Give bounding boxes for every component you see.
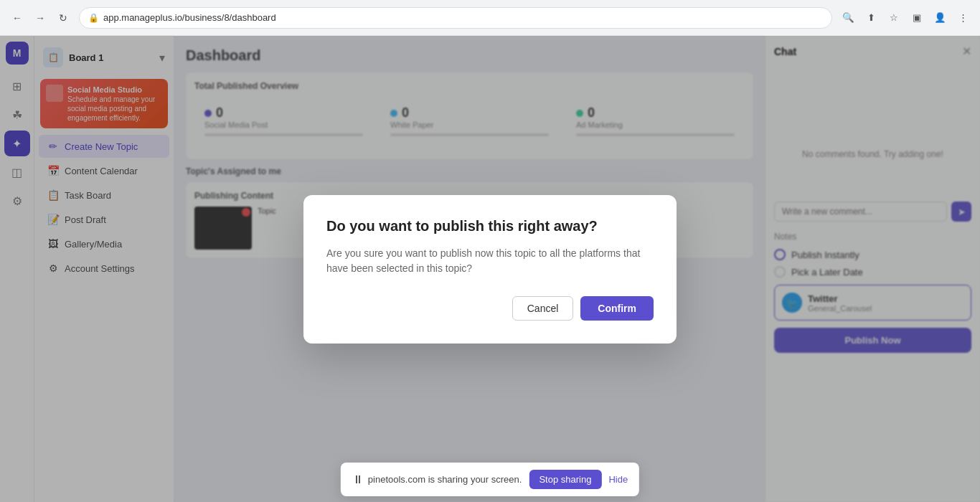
screen-icon: ⏸ bbox=[352, 473, 364, 486]
address-bar[interactable]: 🔒 app.manageplus.io/business/8/dashboard bbox=[79, 7, 832, 29]
profile-button[interactable]: 👤 bbox=[930, 8, 950, 28]
extension-button[interactable]: ▣ bbox=[907, 8, 927, 28]
modal-actions: Cancel Confirm bbox=[326, 296, 654, 321]
cancel-button[interactable]: Cancel bbox=[512, 296, 574, 321]
back-button[interactable]: ← bbox=[7, 8, 27, 28]
lock-icon: 🔒 bbox=[88, 13, 99, 23]
refresh-button[interactable]: ↻ bbox=[53, 8, 73, 28]
stop-sharing-button[interactable]: Stop sharing bbox=[529, 470, 601, 489]
browser-chrome: ← → ↻ 🔒 app.manageplus.io/business/8/das… bbox=[0, 0, 980, 36]
confirm-button[interactable]: Confirm bbox=[580, 296, 654, 321]
modal-title: Do you want to publish this right away? bbox=[326, 218, 654, 235]
sharing-indicator: ⏸ pinetools.com is sharing your screen. bbox=[352, 473, 522, 486]
browser-actions: 🔍 ⬆ ☆ ▣ 👤 ⋮ bbox=[838, 8, 973, 28]
sharing-message: pinetools.com is sharing your screen. bbox=[368, 474, 522, 485]
hide-link[interactable]: Hide bbox=[608, 474, 628, 485]
nav-buttons: ← → ↻ bbox=[7, 8, 73, 28]
modal-body: Are you sure you want to publish now thi… bbox=[326, 246, 654, 276]
screen-sharing-banner: ⏸ pinetools.com is sharing your screen. … bbox=[341, 463, 639, 496]
publish-confirm-modal: Do you want to publish this right away? … bbox=[303, 195, 677, 344]
bookmark-button[interactable]: ☆ bbox=[884, 8, 904, 28]
menu-button[interactable]: ⋮ bbox=[953, 8, 973, 28]
search-button[interactable]: 🔍 bbox=[838, 8, 858, 28]
forward-button[interactable]: → bbox=[30, 8, 50, 28]
url-text: app.manageplus.io/business/8/dashboard bbox=[103, 12, 276, 23]
app-layout: M ⊞ ☘ ✦ ◫ ⚙ 📋 Board 1 ▾ Social Media Stu… bbox=[0, 36, 980, 502]
share-button[interactable]: ⬆ bbox=[861, 8, 881, 28]
modal-overlay: Do you want to publish this right away? … bbox=[0, 36, 980, 502]
